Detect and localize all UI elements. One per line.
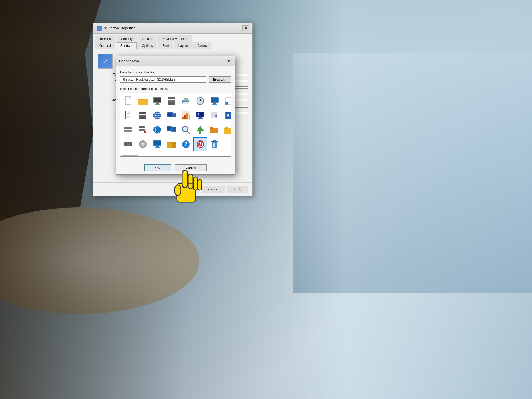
icon-globe[interactable]	[150, 109, 164, 122]
svg-rect-73	[167, 127, 172, 130]
properties-title-text: shutdown Properties	[104, 26, 136, 30]
svg-rect-36	[139, 115, 146, 117]
icon-recycle-bin[interactable]	[208, 137, 222, 151]
properties-apply-button[interactable]: Apply	[227, 186, 248, 193]
tab-layout[interactable]: Layout	[174, 42, 193, 49]
icon-magnifier[interactable]	[179, 123, 193, 137]
change-icon-body: Look for icons in this file: Browse... S…	[116, 66, 235, 161]
svg-rect-50	[186, 113, 188, 119]
icon-blue-box[interactable]: A	[222, 109, 231, 122]
icon-folder-open[interactable]	[222, 123, 231, 137]
svg-point-89	[128, 143, 129, 144]
svg-rect-24	[213, 103, 216, 104]
svg-rect-65	[139, 126, 145, 128]
properties-close-button[interactable]: ✕	[242, 25, 249, 31]
icon-text-doc[interactable]	[122, 109, 135, 122]
file-path-input[interactable]	[120, 76, 206, 83]
icon-grid-container[interactable]: A	[120, 93, 231, 157]
svg-rect-49	[184, 115, 186, 119]
title-left: shutdown Properties	[97, 26, 136, 31]
icon-dual-monitor[interactable]	[165, 123, 178, 137]
browse-button[interactable]: Browse...	[209, 76, 231, 83]
icon-arrow-overlay2[interactable]	[208, 109, 222, 122]
svg-rect-37	[139, 117, 146, 119]
laptop-area-bg	[293, 53, 532, 293]
tab-colors[interactable]: Colors	[193, 42, 211, 49]
icon-shortcut-overlay[interactable]	[222, 94, 231, 108]
svg-rect-82	[210, 127, 213, 129]
icon-server2[interactable]	[136, 109, 150, 122]
icon-monitor-gray[interactable]	[150, 94, 164, 108]
file-label: Look for icons in this file:	[120, 70, 231, 74]
tab-security[interactable]: Security	[117, 35, 137, 42]
svg-point-77	[183, 127, 187, 131]
icon-pie-chart[interactable]	[179, 109, 193, 122]
icon-grid: A	[122, 94, 230, 151]
svg-point-64	[131, 131, 132, 132]
tab-shortcut[interactable]: Shortcut	[116, 42, 137, 49]
icon-folder-star-overlay[interactable]	[208, 123, 222, 137]
svg-rect-75	[172, 127, 176, 131]
svg-rect-100	[167, 142, 171, 143]
icon-power-red[interactable]	[193, 137, 207, 151]
change-icon-ok-button[interactable]: OK	[144, 164, 171, 171]
icon-disc[interactable]	[136, 137, 150, 151]
icon-question-mark[interactable]: ?	[179, 137, 193, 151]
change-icon-title: Change Icon	[119, 59, 139, 63]
tab-previous-versions[interactable]: Previous Versions	[157, 35, 192, 42]
svg-point-63	[131, 127, 132, 129]
icon-hdd2[interactable]	[122, 137, 135, 151]
icon-blank-document[interactable]	[122, 94, 135, 108]
icon-hdd-gray[interactable]	[122, 123, 135, 137]
svg-rect-95	[154, 141, 161, 145]
svg-line-78	[187, 131, 190, 134]
svg-rect-15	[184, 98, 188, 101]
change-icon-cancel-button[interactable]: Cancel	[175, 164, 207, 171]
icon-printer[interactable]	[179, 94, 193, 108]
svg-marker-83	[219, 127, 219, 129]
icon-green-arrow[interactable]	[193, 123, 207, 137]
svg-rect-3	[138, 100, 148, 105]
svg-rect-16	[183, 102, 189, 104]
icon-server[interactable]	[165, 94, 178, 108]
svg-point-93	[142, 144, 143, 145]
icon-moon-monitor[interactable]	[193, 109, 207, 122]
svg-rect-85	[224, 128, 231, 134]
change-icon-close-button[interactable]: ✕	[226, 59, 232, 64]
svg-rect-8	[155, 104, 160, 105]
change-icon-titlebar: Change Icon ✕	[116, 56, 235, 66]
properties-cancel-button[interactable]: Cancel	[202, 186, 225, 193]
svg-rect-46	[172, 114, 176, 117]
tab-general[interactable]: General	[95, 42, 115, 49]
icon-folder-grid[interactable]	[165, 137, 178, 151]
properties-footer: OK Cancel Apply	[93, 182, 252, 196]
tab-options[interactable]: Options	[137, 42, 157, 49]
tab-details[interactable]: Details	[138, 35, 157, 42]
svg-rect-11	[168, 102, 175, 105]
icon-globe2[interactable]	[150, 123, 164, 137]
icon-server-x[interactable]	[136, 123, 150, 137]
tab-terminal[interactable]: Terminal	[95, 35, 116, 42]
svg-rect-4	[139, 99, 142, 100]
svg-rect-54	[199, 117, 202, 118]
svg-rect-48	[182, 117, 184, 119]
shortcut-icon[interactable]: ↗	[98, 54, 113, 69]
svg-text:A: A	[227, 113, 230, 118]
tab-font[interactable]: Font	[158, 42, 173, 49]
properties-ok-button[interactable]: OK	[181, 186, 199, 193]
svg-rect-25	[212, 104, 217, 105]
icon-blue-monitor[interactable]	[150, 137, 164, 151]
svg-rect-56	[211, 112, 216, 118]
tabs-row2: General Shortcut Options Font Layout Col…	[93, 42, 252, 49]
horizontal-scrollbar[interactable]	[122, 155, 138, 157]
icon-clock[interactable]	[193, 94, 207, 108]
svg-point-12	[173, 98, 174, 99]
svg-rect-81	[210, 128, 218, 133]
icon-desktop-pc[interactable]	[208, 94, 222, 108]
icon-folder-yellow[interactable]	[136, 94, 150, 108]
svg-rect-51	[189, 115, 190, 119]
change-icon-footer: OK Cancel	[116, 161, 235, 174]
icon-network-monitor[interactable]	[165, 109, 178, 122]
svg-rect-23	[211, 98, 218, 102]
file-path-row: Browse...	[120, 76, 231, 83]
